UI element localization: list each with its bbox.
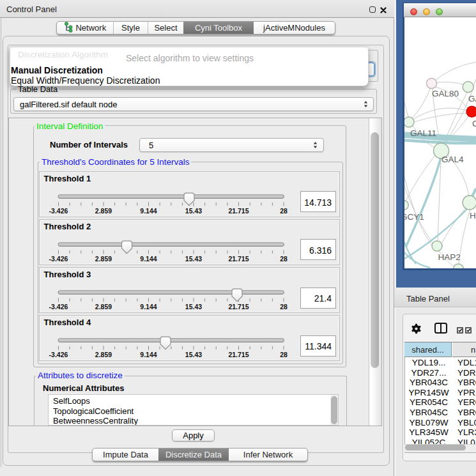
svg-text:-3.426: -3.426 — [49, 303, 68, 311]
svg-text:-3.426: -3.426 — [49, 206, 68, 214]
svg-text:GAL80: GAL80 — [432, 89, 459, 98]
svg-text:Threshold 2: Threshold 2 — [44, 222, 91, 231]
svg-text:2.859: 2.859 — [95, 303, 112, 311]
svg-text:9.144: 9.144 — [140, 206, 157, 214]
svg-text:GAL11: GAL11 — [410, 128, 436, 138]
svg-text:2.859: 2.859 — [95, 255, 112, 263]
svg-text:C: C — [472, 119, 476, 128]
svg-text:2.859: 2.859 — [95, 351, 112, 358]
svg-text:GA: GA — [468, 94, 476, 104]
svg-text:28: 28 — [280, 303, 288, 311]
svg-text:15.43: 15.43 — [185, 351, 202, 358]
svg-text:-3.426: -3.426 — [49, 351, 68, 358]
svg-text:-3.426: -3.426 — [49, 255, 68, 263]
svg-text:15.43: 15.43 — [185, 303, 202, 311]
svg-text:21.715: 21.715 — [228, 351, 249, 358]
svg-text:28: 28 — [280, 206, 288, 214]
svg-text:28: 28 — [280, 351, 288, 358]
svg-text:Threshold 1: Threshold 1 — [44, 174, 91, 183]
svg-text:9.144: 9.144 — [140, 303, 157, 311]
svg-text:2.859: 2.859 — [95, 206, 112, 214]
svg-text:GAL4: GAL4 — [441, 155, 464, 164]
svg-text:28: 28 — [280, 255, 288, 263]
svg-text:H: H — [470, 211, 476, 220]
svg-text:GCY1: GCY1 — [404, 212, 424, 222]
svg-text:HAP2: HAP2 — [438, 252, 461, 262]
svg-text:21.715: 21.715 — [228, 255, 249, 263]
svg-text:15.43: 15.43 — [185, 206, 202, 214]
svg-text:21.715: 21.715 — [228, 303, 249, 311]
svg-text:21.715: 21.715 — [228, 206, 249, 214]
svg-text:Threshold 3: Threshold 3 — [44, 270, 91, 279]
svg-text:Threshold 4: Threshold 4 — [44, 318, 91, 327]
svg-text:15.43: 15.43 — [185, 255, 202, 263]
svg-text:9.144: 9.144 — [140, 255, 157, 263]
svg-text:9.144: 9.144 — [140, 351, 157, 358]
